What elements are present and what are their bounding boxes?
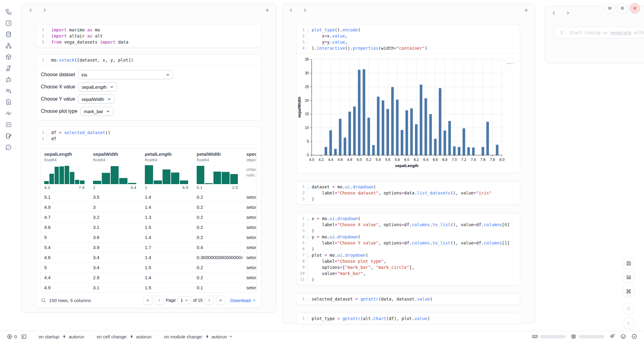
close-icon[interactable] [630, 3, 640, 13]
add-cell-icon[interactable] [263, 6, 271, 14]
dropdown-row: Choose Y valuesepalWidth [41, 94, 256, 104]
autorun-setting[interactable]: on startup:autorun [32, 333, 90, 340]
lightning-icon [62, 334, 66, 339]
code-cell-dataframe[interactable]: 1df = selected_dataset()2df sepalLengthf… [36, 127, 261, 308]
code-cell-selected-dataset[interactable]: 1selected_dataset = getattr(data, datase… [296, 293, 520, 305]
menu-icon[interactable] [605, 3, 615, 13]
chevron-right-icon[interactable] [301, 6, 309, 14]
table-row: 4.63.11.50.2setosa [41, 222, 256, 232]
data-table: sepalLengthfloat644.37.9sepalWidthfloat6… [40, 148, 257, 293]
line-number: 2 [36, 33, 47, 39]
code-editor[interactable]: 1∨plot_type().encode(2 x=x.value,3 y=y.v… [296, 24, 520, 54]
next-page-button[interactable]: › [205, 296, 214, 305]
window-controls [605, 3, 640, 13]
code-cell-plot[interactable]: 1∨plot_type().encode(2 x=x.value,3 y=y.v… [296, 24, 520, 173]
add-cell-icon[interactable] [522, 6, 530, 14]
code-cell-xy-plot-dropdowns[interactable]: 1∨x = mo.ui.dropdown(2 label="Choose X v… [296, 213, 520, 285]
notebook-panel: 1import marimo as mo2import altair as al… [21, 3, 276, 313]
first-page-button[interactable]: « [143, 296, 152, 305]
column-header[interactable]: sepalLengthfloat644.37.9 [41, 151, 89, 190]
code-cell-plot-type[interactable]: 1plot_type = getattr(alt.Chart(df), plot… [296, 313, 520, 324]
scratchpad-cell[interactable]: 1 Start coding or generate with [554, 27, 644, 38]
chevron-left-icon[interactable] [550, 9, 558, 17]
altair-chart[interactable]: 4.04.24.44.64.85.05.25.45.65.86.06.26.46… [296, 56, 520, 169]
fold-icon[interactable]: ∨ [307, 217, 309, 223]
fold-icon[interactable]: ∨ [307, 28, 309, 34]
gear-icon[interactable] [617, 3, 628, 13]
line-number: 1 [296, 296, 307, 302]
svg-text:6.6: 6.6 [433, 158, 438, 162]
functions-icon[interactable]: f [5, 20, 12, 27]
database-icon[interactable] [5, 31, 12, 38]
save-icon[interactable] [623, 258, 634, 269]
ram-icon [532, 333, 538, 340]
line-number: 2 [36, 136, 47, 142]
scratchpad-input[interactable]: Start coding or generate with [565, 30, 644, 36]
search-list-icon[interactable] [5, 87, 12, 94]
svg-text:4.0: 4.0 [309, 158, 314, 162]
column-header[interactable]: sepalWidthfloat6424.4 [89, 151, 141, 190]
documentation-icon[interactable] [5, 99, 12, 105]
download-button[interactable]: Download [230, 298, 256, 303]
code-cell-dataset-dropdown[interactable]: 1∨dataset = mo.ui.dropdown(2 label="Choo… [296, 181, 520, 205]
line-number: 1∨ [296, 27, 307, 33]
svg-text:5.6: 5.6 [385, 158, 390, 162]
last-page-button[interactable]: » [216, 296, 225, 305]
robot-face-icon[interactable] [620, 333, 626, 340]
code-editor[interactable]: 1∨x = mo.ui.dropdown(2 label="Choose X v… [296, 213, 520, 285]
scratchpad-icon[interactable] [5, 133, 12, 139]
snippets-icon[interactable] [5, 121, 12, 128]
logs-icon[interactable] [5, 65, 12, 72]
code-editor[interactable]: 1selected_dataset = getattr(data, datase… [296, 294, 520, 305]
dropdown-select[interactable]: sepalLength [78, 82, 117, 91]
code-editor[interactable]: 1import marimo as mo2import altair as al… [36, 24, 261, 48]
line-number: 2 [296, 190, 307, 196]
cpu-meter [571, 333, 604, 340]
packages-icon[interactable] [5, 54, 12, 60]
prev-page-button[interactable]: ‹ [155, 296, 164, 305]
tracing-icon[interactable] [5, 110, 12, 117]
help-icon[interactable]: ? [5, 144, 12, 151]
autorun-setting[interactable]: on module change:autorun [158, 333, 239, 340]
code-editor[interactable]: 1plot_type = getattr(alt.Chart(df), plot… [296, 313, 520, 324]
terminal-icon[interactable] [21, 334, 27, 340]
fold-icon[interactable]: ∨ [307, 235, 309, 241]
search-icon[interactable] [41, 298, 46, 303]
code-cell-vstack[interactable]: 1mo.vstack([dataset, x, y, plot]) Choose… [36, 54, 261, 120]
line-number: 2 [296, 33, 307, 39]
run-icon[interactable] [623, 317, 635, 329]
stop-icon[interactable] [623, 303, 635, 315]
line-number: 10 [296, 270, 307, 276]
generate-link[interactable]: generate [611, 30, 631, 35]
autorun-setting[interactable]: on cell change:autorun [90, 333, 158, 340]
chevron-left-icon[interactable] [27, 6, 34, 14]
column-header[interactable]: petalWidthfloat640.12.5 [193, 151, 243, 190]
code-editor[interactable]: 1df = selected_dataset()2df [36, 127, 261, 144]
dropdown-select[interactable]: mark_bar [80, 107, 113, 116]
error-indicator[interactable]: 0 [7, 334, 17, 340]
dropdown-select[interactable]: iris [78, 70, 173, 79]
code-cell-imports[interactable]: 1import marimo as mo2import altair as al… [36, 24, 261, 48]
dropdown-select[interactable]: sepalWidth [78, 94, 114, 104]
code-editor[interactable]: 1mo.vstack([dataset, x, y, plot]) [36, 55, 261, 66]
chevron-left-icon[interactable] [287, 6, 295, 14]
chat-icon[interactable] [5, 76, 12, 83]
keyboard-shortcuts-icon[interactable]: ⌘ [623, 286, 634, 297]
chevron-down-icon [106, 109, 110, 113]
chart-menu-icon[interactable] [504, 58, 516, 69]
column-header[interactable]: speciesobjectuniquenulls: [243, 151, 256, 190]
file-tree-icon[interactable] [5, 9, 12, 15]
column-header[interactable]: petalLengthfloat6416.9 [141, 151, 193, 190]
chevron-right-icon[interactable] [41, 6, 48, 14]
dropdown-row: Choose plot typemark_bar [41, 107, 256, 116]
connection-status-icon[interactable] [631, 333, 637, 340]
chevron-right-icon[interactable] [564, 9, 572, 17]
code-editor[interactable]: 1∨dataset = mo.ui.dropdown(2 label="Choo… [296, 181, 520, 205]
page-select[interactable]: 1 [178, 296, 191, 304]
fold-icon[interactable]: ∨ [307, 254, 309, 260]
left-panel-header [22, 3, 276, 17]
layout-icon[interactable] [623, 272, 634, 283]
sparkles-icon[interactable] [609, 333, 615, 340]
dependencies-icon[interactable] [5, 42, 12, 49]
fold-icon[interactable]: ∨ [307, 185, 309, 191]
